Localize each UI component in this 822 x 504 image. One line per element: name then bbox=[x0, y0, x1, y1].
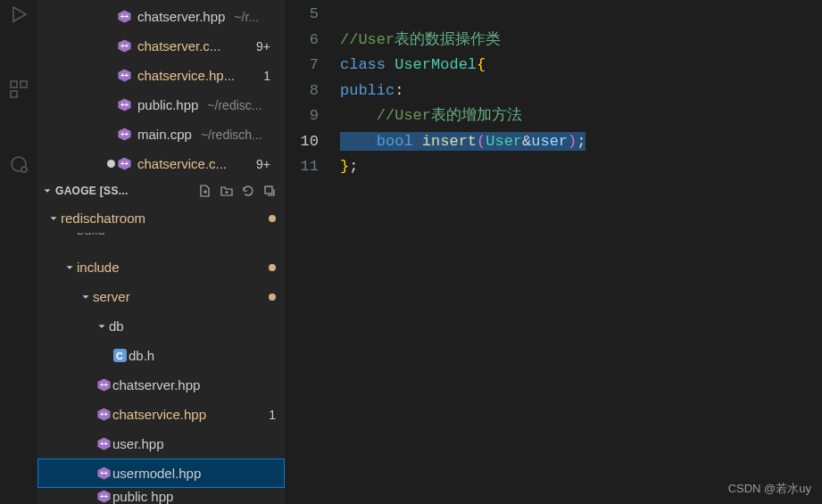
cpp-file-icon: ++ bbox=[116, 38, 132, 54]
open-editor-filename: chatservice.hp... bbox=[137, 68, 235, 83]
line-number: 11 bbox=[285, 154, 319, 180]
chevron-down-icon bbox=[62, 233, 77, 236]
extensions-pieces-icon[interactable] bbox=[8, 78, 29, 100]
watermark: CSDN @若水uy bbox=[728, 481, 811, 497]
open-editor-item[interactable]: ++ chatservice.hp... 1 bbox=[37, 61, 285, 90]
svg-text:++: ++ bbox=[100, 411, 107, 418]
line-number: 7 bbox=[285, 53, 319, 78]
tree-file-chatserver[interactable]: ++ chatserver.hpp bbox=[37, 370, 285, 400]
cpp-file-icon: ++ bbox=[116, 68, 132, 84]
tree-label: db bbox=[109, 318, 124, 334]
chevron-down-icon bbox=[46, 212, 61, 225]
svg-text:++: ++ bbox=[120, 130, 129, 138]
chevron-down-icon bbox=[62, 261, 77, 274]
tree-folder-db[interactable]: db bbox=[37, 311, 285, 341]
activity-bar bbox=[0, 0, 37, 504]
open-editor-path: ~/r... bbox=[234, 10, 259, 24]
tree-folder-server[interactable]: server bbox=[37, 282, 285, 311]
file-tree: redischatroom build include server db C … bbox=[37, 203, 285, 504]
tree-folder-build[interactable]: build bbox=[37, 233, 285, 252]
svg-rect-18 bbox=[265, 186, 272, 194]
tree-label: usermodel.hpp bbox=[112, 466, 201, 481]
sidebar: ++ chatserver.hpp ~/r... ++ chatserver.c… bbox=[37, 0, 285, 504]
line-number: 6 bbox=[285, 28, 319, 54]
open-editor-filename: chatserver.c... bbox=[137, 38, 220, 54]
modified-dot-icon bbox=[269, 264, 276, 271]
svg-rect-2 bbox=[21, 81, 27, 87]
refresh-icon[interactable] bbox=[238, 181, 258, 201]
open-editor-path: ~/redisc... bbox=[207, 98, 262, 112]
svg-point-5 bbox=[21, 167, 27, 172]
svg-marker-0 bbox=[13, 7, 26, 21]
open-editor-filename: chatserver.hpp bbox=[137, 9, 225, 24]
open-editor-item[interactable]: ++ chatserver.c... 9+ bbox=[37, 31, 285, 61]
c-file-icon: C bbox=[111, 349, 129, 362]
open-editor-item[interactable]: ++ chatserver.hpp ~/r... bbox=[37, 2, 285, 31]
open-editor-path: ~/redisch... bbox=[201, 128, 262, 142]
unsaved-dot-icon bbox=[107, 160, 115, 168]
svg-text:++: ++ bbox=[120, 101, 129, 109]
tree-file-public[interactable]: ++ public hpp bbox=[37, 488, 285, 504]
problems-badge: 1 bbox=[263, 69, 270, 83]
svg-text:++: ++ bbox=[120, 71, 129, 79]
problems-badge: 1 bbox=[269, 408, 276, 422]
code-area[interactable]: //User表的数据操作类class UserModel{public: //U… bbox=[340, 0, 822, 504]
tree-folder-include[interactable]: include bbox=[37, 252, 285, 282]
explorer-title: GAOGE [SS... bbox=[55, 185, 194, 197]
remote-icon[interactable] bbox=[8, 153, 29, 175]
svg-text:++: ++ bbox=[100, 382, 107, 389]
line-number: 8 bbox=[285, 78, 319, 104]
problems-badge: 9+ bbox=[256, 39, 270, 54]
tree-label: build bbox=[77, 233, 105, 237]
svg-text:++: ++ bbox=[120, 12, 129, 21]
run-debug-icon[interactable] bbox=[8, 4, 29, 25]
cpp-file-icon: ++ bbox=[116, 9, 132, 25]
tree-label: server bbox=[93, 289, 130, 304]
tree-label: public hpp bbox=[112, 489, 173, 504]
tree-file-usermodel[interactable]: ++ usermodel.hpp bbox=[37, 459, 285, 488]
cpp-file-icon: ++ bbox=[95, 489, 112, 504]
open-editor-filename: chatservice.c... bbox=[137, 156, 227, 171]
tree-file-user[interactable]: ++ user.hpp bbox=[37, 429, 285, 459]
modified-dot-icon bbox=[269, 293, 276, 301]
line-number: 9 bbox=[285, 103, 319, 129]
open-editor-item[interactable]: ++ chatservice.c... 9+ bbox=[37, 149, 285, 178]
code-editor[interactable]: 5 6 7 8 9 10 11 //User表的数据操作类class UserM… bbox=[285, 0, 822, 504]
explorer-header[interactable]: GAOGE [SS... bbox=[37, 178, 285, 203]
svg-text:++: ++ bbox=[120, 160, 129, 168]
chevron-down-icon bbox=[41, 185, 54, 197]
open-editor-item[interactable]: ++ main.cpp ~/redisch... bbox=[37, 120, 285, 149]
modified-dot-icon bbox=[269, 215, 276, 222]
tree-file-chatservice[interactable]: ++ chatservice.hpp 1 bbox=[37, 400, 285, 429]
tree-label: user.hpp bbox=[112, 436, 164, 451]
open-editor-filename: public.hpp bbox=[137, 97, 198, 112]
cpp-file-icon: ++ bbox=[116, 127, 132, 143]
svg-text:++: ++ bbox=[100, 470, 107, 477]
new-folder-icon[interactable] bbox=[217, 181, 237, 201]
cpp-file-icon: ++ bbox=[95, 377, 112, 392]
tree-folder-root[interactable]: redischatroom bbox=[37, 203, 285, 233]
tree-label: chatservice.hpp bbox=[112, 407, 206, 422]
svg-text:++: ++ bbox=[100, 493, 107, 500]
tree-label: redischatroom bbox=[61, 211, 145, 226]
line-number: 10 bbox=[285, 129, 319, 155]
cpp-file-icon: ++ bbox=[116, 97, 132, 113]
cpp-file-icon: ++ bbox=[95, 466, 112, 481]
line-number: 5 bbox=[285, 2, 319, 28]
svg-rect-3 bbox=[11, 91, 17, 97]
svg-text:++: ++ bbox=[120, 42, 129, 50]
open-editors-section: ++ chatserver.hpp ~/r... ++ chatserver.c… bbox=[37, 0, 285, 178]
svg-rect-1 bbox=[11, 81, 17, 87]
cpp-file-icon: ++ bbox=[95, 436, 112, 451]
problems-badge: 9+ bbox=[256, 157, 270, 171]
chevron-down-icon bbox=[95, 320, 109, 333]
line-number-gutter: 5 6 7 8 9 10 11 bbox=[285, 0, 340, 504]
tree-label: db.h bbox=[129, 348, 154, 363]
svg-text:++: ++ bbox=[100, 441, 107, 448]
collapse-all-icon[interactable] bbox=[260, 181, 279, 201]
new-file-icon[interactable] bbox=[195, 181, 215, 201]
open-editor-item[interactable]: ++ public.hpp ~/redisc... bbox=[37, 90, 285, 120]
tree-file-dbh[interactable]: C db.h bbox=[37, 341, 285, 370]
chevron-down-icon bbox=[79, 291, 93, 303]
tree-label: include bbox=[77, 260, 120, 275]
